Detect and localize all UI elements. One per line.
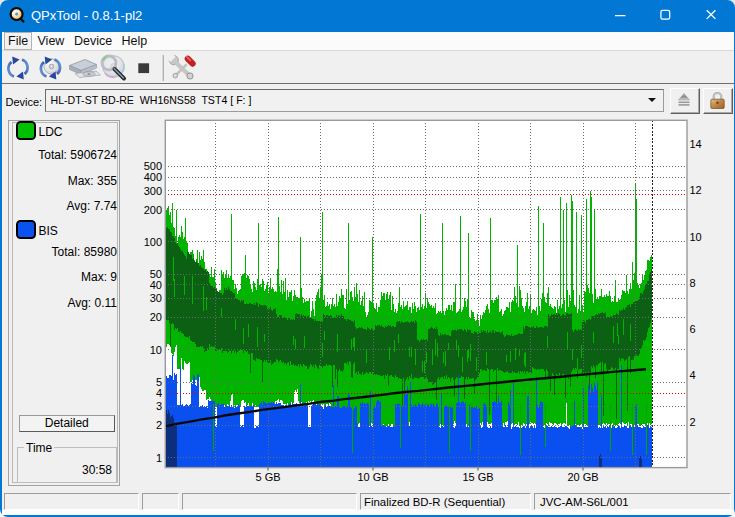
svg-text:2: 2 (690, 416, 696, 428)
svg-text:3: 3 (156, 400, 162, 412)
svg-text:30: 30 (150, 292, 162, 304)
svg-text:8: 8 (690, 277, 696, 289)
svg-text:20: 20 (150, 311, 162, 323)
svg-text:40: 40 (150, 279, 162, 291)
svg-text:4: 4 (690, 369, 696, 381)
svg-text:20 GB: 20 GB (567, 471, 598, 483)
svg-text:1: 1 (156, 452, 162, 464)
svg-text:14: 14 (690, 138, 702, 150)
svg-text:10: 10 (150, 344, 162, 356)
svg-text:200: 200 (144, 204, 162, 216)
svg-text:2: 2 (156, 419, 162, 431)
svg-text:400: 400 (144, 171, 162, 183)
svg-text:4: 4 (156, 387, 162, 399)
svg-text:15 GB: 15 GB (462, 471, 493, 483)
svg-text:12: 12 (690, 184, 702, 196)
svg-text:300: 300 (144, 185, 162, 197)
svg-text:6: 6 (690, 323, 696, 335)
svg-text:5 GB: 5 GB (255, 471, 280, 483)
svg-text:100: 100 (144, 236, 162, 248)
svg-text:10: 10 (690, 231, 702, 243)
svg-text:10 GB: 10 GB (357, 471, 388, 483)
